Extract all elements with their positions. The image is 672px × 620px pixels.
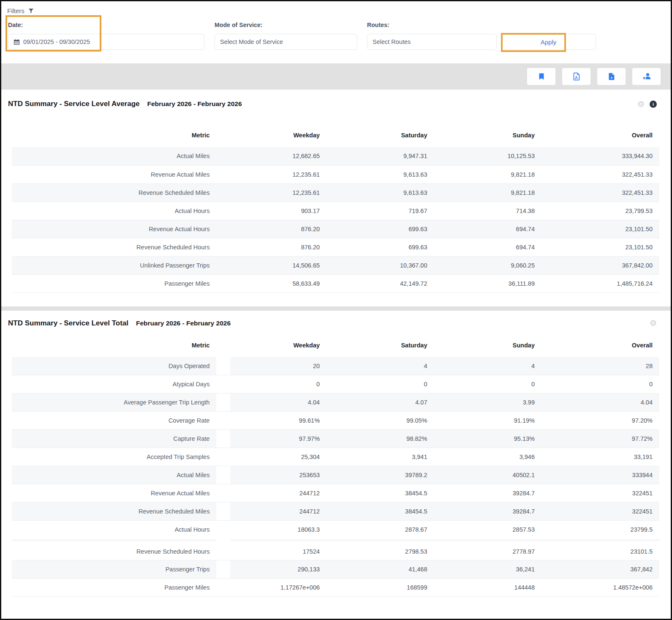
cell-value: 91.19% — [434, 412, 541, 430]
toolbar: x — [1, 63, 671, 90]
date-range-value: 09/01/2025 - 09/30/2025 — [23, 38, 90, 45]
column-header-sunday: Sunday — [434, 333, 541, 357]
cell-value: 9,821.18 — [434, 183, 541, 202]
cell-value: 9,060.25 — [434, 256, 541, 274]
date-filter-group: Date: 09/01/2025 - 09/30/2025 — [8, 22, 204, 50]
cell-value: 39284.7 — [434, 484, 541, 503]
cell-value: 4.04 — [541, 393, 659, 412]
gear-icon[interactable]: ⚙ — [650, 319, 657, 327]
table-row: Revenue Actual Miles12,235.619,613.639,8… — [12, 165, 659, 183]
filter-row: Date: 09/01/2025 - 09/30/2025 Mode of Se… — [1, 16, 671, 50]
svg-text:x: x — [610, 76, 612, 79]
cell-value: 4 — [326, 357, 434, 375]
cell-value: 244712 — [216, 503, 326, 521]
table-row: Revenue Actual Miles24471238454.539284.7… — [12, 484, 659, 503]
export-excel-button[interactable]: x — [597, 68, 626, 85]
table-row: Unlinked Passenger Trips14,506.6510,367.… — [12, 256, 659, 274]
cell-value: 17524 — [216, 542, 326, 560]
section-date-range: February 2026 - February 2026 — [136, 320, 231, 327]
table-row: Actual Hours18063.32878.672857.5323799.5 — [12, 521, 659, 539]
table-row: Revenue Scheduled Miles12,235.619,613.63… — [12, 183, 659, 202]
cell-value: 23,799.53 — [541, 202, 659, 220]
bookmark-button[interactable] — [527, 68, 555, 85]
cell-value: 39789.2 — [326, 466, 434, 484]
cell-value: 333944 — [541, 466, 659, 484]
cell-value: 333,944.30 — [541, 147, 659, 165]
mode-placeholder: Select Mode of Service — [220, 38, 283, 45]
apply-wrap: Apply — [501, 34, 596, 50]
share-report-button[interactable] — [632, 68, 661, 85]
cell-value: 253653 — [216, 466, 326, 484]
cell-value: 9,613.63 — [326, 165, 434, 183]
column-header-overall: Overall — [541, 333, 659, 357]
column-header-sunday: Sunday — [434, 123, 541, 147]
cell-value: 714.38 — [434, 202, 541, 220]
cell-value: 367,842.00 — [541, 256, 659, 274]
table-row: Passenger Miles58,633.4942,149.7236,111.… — [12, 274, 659, 292]
section-service-level-total: NTD Summary - Service Level Total Februa… — [1, 311, 671, 597]
bookmark-icon — [537, 72, 546, 81]
cell-metric: Average Passenger Trip Length — [12, 393, 216, 412]
cell-value: 42,149.72 — [326, 274, 434, 292]
cell-metric: Capture Rate — [12, 430, 216, 448]
table-row: Actual Hours903.17719.67714.3823,799.53 — [12, 202, 659, 220]
section-title-row: NTD Summary - Service Level Average Febr… — [1, 90, 671, 111]
cell-value: 98.82% — [326, 430, 434, 448]
cell-metric: Actual Hours — [12, 521, 216, 539]
clipped-cell — [541, 539, 659, 542]
cell-metric: Actual Miles — [12, 147, 216, 165]
cell-value: 0 — [541, 375, 659, 393]
table-row: Actual Miles12,682.659,947.3110,125.5333… — [12, 147, 659, 165]
cell-value: 38454.5 — [326, 484, 434, 503]
column-header-overall: Overall — [541, 123, 659, 147]
section-title: NTD Summary - Service Level Total — [8, 319, 128, 328]
cell-value: 10,367.00 — [326, 256, 434, 274]
cell-value: 719.67 — [326, 202, 434, 220]
cell-value: 12,235.61 — [216, 165, 326, 183]
service-level-average-table: MetricWeekdaySaturdaySundayOverall Actua… — [12, 123, 659, 293]
cell-value: 903.17 — [216, 202, 326, 220]
table-wrap: MetricWeekdaySaturdaySundayOverall Days … — [12, 333, 659, 597]
cell-metric: Unlinked Passenger Trips — [12, 256, 216, 274]
cell-value: 97.20% — [541, 412, 659, 430]
cell-metric: Atypical Days — [12, 375, 216, 393]
cell-value: 95.13% — [434, 430, 541, 448]
routes-select[interactable]: Select Routes — [367, 34, 497, 50]
cell-value: 244712 — [216, 484, 326, 503]
mode-of-service-select[interactable]: Select Mode of Service — [215, 34, 357, 50]
apply-button[interactable]: Apply — [501, 34, 596, 50]
cell-value: 0 — [434, 375, 541, 393]
mode-label: Mode of Service: — [215, 22, 357, 28]
cell-value: 20 — [216, 357, 326, 375]
section-service-level-average: NTD Summary - Service Level Average Febr… — [1, 90, 671, 306]
cell-value: 18063.3 — [216, 521, 326, 539]
cell-metric: Revenue Scheduled Miles — [12, 183, 216, 202]
routes-label: Routes: — [367, 22, 497, 28]
cell-value: 9,821.18 — [434, 165, 541, 183]
cell-value: 10,125.53 — [434, 147, 541, 165]
column-header-metric: Metric — [12, 333, 216, 357]
cell-metric: Passenger Trips — [12, 560, 216, 579]
cell-value: 3,946 — [434, 448, 541, 466]
gear-icon[interactable]: ⚙ — [637, 100, 645, 108]
cell-metric: Revenue Actual Miles — [12, 484, 216, 503]
table-wrap: MetricWeekdaySaturdaySundayOverall Actua… — [12, 123, 659, 293]
info-icon[interactable]: i — [650, 101, 657, 108]
cell-value: 3.99 — [434, 393, 541, 412]
table-row: Capture Rate97.97%98.82%95.13%97.72% — [12, 430, 659, 448]
table-row: Actual Miles25365339789.240502.1333944 — [12, 466, 659, 484]
table-row: Revenue Scheduled Miles24471238454.53928… — [12, 503, 659, 521]
cell-value: 23799.5 — [541, 521, 659, 539]
cell-value: 322,451.33 — [541, 183, 659, 202]
cell-value: 876.20 — [216, 238, 326, 256]
cell-value: 4.04 — [216, 393, 326, 412]
date-label: Date: — [8, 22, 204, 28]
cell-value: 0 — [326, 375, 434, 393]
cell-value: 699.63 — [326, 238, 434, 256]
cell-metric: Accepted Trip Samples — [12, 448, 216, 466]
export-pdf-button[interactable] — [562, 68, 590, 85]
cell-value: 4.07 — [326, 393, 434, 412]
cell-value: 2798.53 — [326, 542, 434, 560]
date-range-input[interactable]: 09/01/2025 - 09/30/2025 — [8, 34, 204, 50]
table-row: Revenue Actual Hours876.20699.63694.7423… — [12, 220, 659, 238]
